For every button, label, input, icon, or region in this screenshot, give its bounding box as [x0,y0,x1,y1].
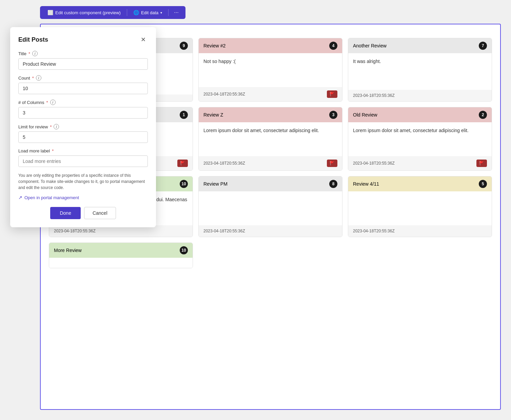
card-timestamp: 2023-04-18T20:55:36Z [203,161,245,166]
card-header: Review PM 8 [199,176,342,191]
card-badge: 9 [180,42,188,50]
limit-info-icon[interactable]: i [54,124,59,129]
title-info-icon[interactable]: i [32,51,38,56]
card-timestamp: 2023-04-18T20:55:36Z [203,229,245,233]
modal-header: Edit Posts ✕ [18,35,148,44]
columns-input[interactable] [18,107,148,119]
card-title: Review PM [203,181,228,187]
card-body: Lorem ipsum dolor sit amet, consectetur … [348,122,492,156]
card-header: Review Z 3 [199,107,342,122]
external-link-icon: ↗ [18,195,22,200]
toolbar: ⬜ Edit custom component (preview) 🌐 Edit… [40,6,185,19]
edit-component-label: Edit custom component (preview) [55,10,121,15]
component-icon: ⬜ [47,10,53,15]
card-another-review: Another Review 7 It was alright. 2023-04… [348,38,492,102]
card-header: Old Review 2 [348,107,492,122]
card-body: Not so happy :( [199,53,342,87]
load-more-label: Load more label * [18,148,148,153]
card-footer: 2023-04-18T20:55:36Z [348,225,492,237]
card-badge: 8 [329,180,337,188]
load-more-input[interactable] [18,155,148,167]
title-input[interactable] [18,58,148,70]
required-indicator: * [46,100,48,105]
edit-data-label: Edit data [141,10,158,15]
required-indicator: * [28,51,30,56]
card-timestamp: 2023-04-18T20:55:36Z [203,92,245,97]
card-title: Old Review [353,112,377,118]
edit-posts-modal: Edit Posts ✕ Title * i Count * i # of Co… [10,27,156,227]
edit-component-button[interactable]: ⬜ Edit custom component (preview) [44,8,124,17]
card-footer: 2023-04-18T20:55:36Z [348,90,492,101]
card-badge: 5 [479,180,487,188]
required-indicator: * [50,124,52,129]
card-body [199,191,342,225]
card-title: Another Review [353,43,387,48]
card-timestamp: 2023-04-18T20:55:36Z [353,93,395,98]
required-indicator: * [52,148,54,153]
count-label: Count * i [18,75,148,81]
card-footer: 2023-04-18T20:55:36Z 🚩 [199,87,342,101]
more-options-button[interactable]: ··· [171,8,181,17]
portal-management-link[interactable]: ↗ Open in portal management [18,195,148,200]
columns-info-icon[interactable]: i [50,100,56,105]
modal-overlay: Edit Posts ✕ Title * i Count * i # of Co… [10,27,156,227]
card-review-pm: Review PM 8 2023-04-18T20:55:36Z [198,176,342,237]
card-timestamp: 2023-04-18T20:55:36Z [54,229,96,233]
limit-label: Limit for review * i [18,124,148,129]
required-indicator: * [32,76,34,81]
card-badge: 4 [329,42,337,50]
card-header: Another Review 7 [348,38,492,53]
card-badge: 7 [479,42,487,50]
card-footer: 2023-04-18T20:55:36Z [199,225,342,237]
card-timestamp: 2023-04-18T20:55:36Z [353,161,395,166]
card-title: Review #2 [203,43,225,48]
card-review-z: Review Z 3 Lorem ipsum dolor sit amet, c… [198,107,342,171]
load-more-field-group: Load more label * [18,148,148,167]
data-icon: 🌐 [133,10,139,15]
card-badge: 1 [180,111,188,119]
toolbar-divider [127,9,127,16]
card-body: It was alright. [348,53,492,90]
title-field-group: Title * i [18,51,148,70]
modal-footer: Done Cancel [18,207,148,219]
modal-close-button[interactable]: ✕ [139,35,148,44]
card-header: More Review 10 [49,243,193,258]
chevron-down-icon: ▾ [160,11,162,15]
card-badge: 10 [180,246,188,254]
flag-button[interactable]: 🚩 [327,90,337,98]
card-badge: 3 [329,111,337,119]
card-footer: 2023-04-18T20:55:36Z 🚩 [348,156,492,170]
card-badge: 2 [479,111,487,119]
card-body: Lorem ipsum dolor sit amet, consectetur … [199,122,342,156]
card-badge: 10 [180,180,188,188]
flag-button[interactable]: 🚩 [177,160,188,167]
edit-data-button[interactable]: 🌐 Edit data ▾ [130,8,165,17]
title-label: Title * i [18,51,148,56]
columns-field-group: # of Columns * i [18,100,148,119]
modal-title: Edit Posts [18,36,48,43]
card-title: Review 4/11 [353,181,379,187]
card-review-411: Review 4/11 5 2023-04-18T20:55:36Z [348,176,492,237]
card-footer: 2023-04-18T20:55:36Z 🚩 [199,156,342,170]
cancel-button[interactable]: Cancel [84,207,116,219]
card-title: Review Z [203,112,223,118]
modal-notice: You are only editing the properties of a… [18,172,148,191]
card-more-review: More Review 10 [49,243,193,268]
flag-button[interactable]: 🚩 [327,160,337,167]
toolbar-divider-2 [168,9,169,16]
count-field-group: Count * i [18,75,148,94]
card-review-2: Review #2 4 Not so happy :( 2023-04-18T2… [198,38,342,102]
count-input[interactable] [18,83,148,94]
limit-input[interactable] [18,131,148,143]
card-title: More Review [54,248,82,253]
card-old-review: Old Review 2 Lorem ipsum dolor sit amet,… [348,107,492,171]
limit-field-group: Limit for review * i [18,124,148,143]
columns-label: # of Columns * i [18,100,148,105]
card-body [348,191,492,225]
done-button[interactable]: Done [50,207,80,219]
flag-button[interactable]: 🚩 [476,160,487,167]
card-body [49,258,193,268]
card-header: Review 4/11 5 [348,176,492,191]
card-header: Review #2 4 [199,38,342,53]
count-info-icon[interactable]: i [36,75,41,81]
